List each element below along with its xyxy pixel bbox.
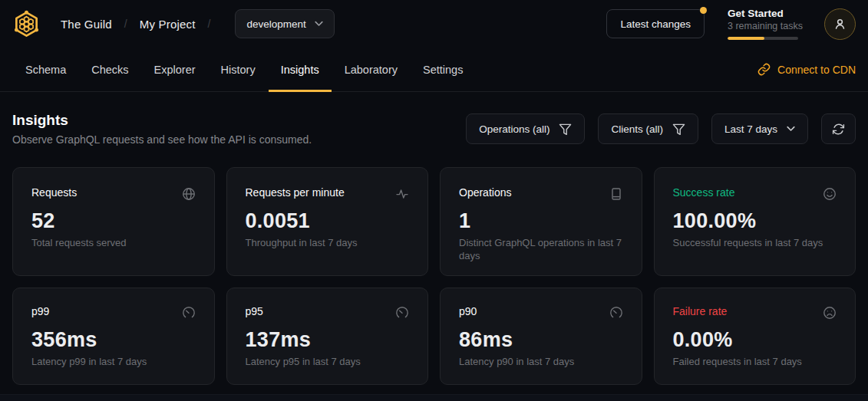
user-avatar[interactable] [824,8,856,40]
failure-rate-card: Failure rate 0.00% Failed requests in la… [654,288,856,385]
tab-laboratory[interactable]: Laboratory [345,48,398,91]
globe-icon [182,187,196,201]
card-description: Successful requests in last 7 days [673,237,837,250]
activity-icon [395,187,409,201]
card-value: 0.00% [673,328,837,352]
card-title: Requests per minute [246,186,345,199]
tab-schema[interactable]: Schema [25,48,66,91]
person-icon [833,17,847,31]
tab-settings[interactable]: Settings [423,48,463,91]
card-title: Requests [31,186,77,199]
p90-latency-card: p90 86ms Latency p90 in last 7 days [440,288,642,385]
tab-checks[interactable]: Checks [91,48,128,91]
target-selector-value: development [246,18,305,30]
clients-filter-label: Clients (all) [611,123,663,135]
operations-filter-button[interactable]: Operations (all) [466,113,585,144]
filter-icon [672,123,685,136]
card-value: 137ms [246,328,410,352]
top-bar: The Guild / My Project / development Lat… [0,0,868,48]
link-icon [757,63,771,76]
breadcrumb: The Guild / My Project / [12,10,223,38]
gauge-icon [182,306,196,320]
p95-latency-card: p95 137ms Latency p95 in last 7 days [226,288,429,385]
card-value: 86ms [459,328,623,352]
main-nav: Schema Checks Explorer History Insights … [0,48,868,92]
card-title: p90 [459,305,477,317]
target-selector-dropdown[interactable]: development [235,9,334,38]
frown-icon [823,306,837,320]
filter-icon [559,123,572,136]
tab-insights[interactable]: Insights [281,48,319,91]
card-title: p95 [246,305,263,317]
insights-header: Insights Observe GraphQL requests and se… [0,92,868,146]
card-description: Total requests served [31,237,196,250]
success-rate-card: Success rate 100.00% Successful requests… [654,167,856,276]
tab-history[interactable]: History [221,48,256,91]
get-started-remaining-tasks: 3 remaining tasks [728,21,801,31]
card-title: Success rate [673,186,735,199]
tab-explorer[interactable]: Explorer [154,48,196,91]
operations-filter-label: Operations (all) [479,123,550,135]
requests-per-minute-card: Requests per minute 0.0051 Throughput in… [226,167,429,276]
get-started-progress-bar [728,37,798,40]
chevron-down-icon [787,126,795,132]
clients-filter-button[interactable]: Clients (all) [598,113,698,144]
card-value: 0.0051 [246,209,410,233]
page-title: Insights [12,112,312,129]
latest-changes-label: Latest changes [620,18,691,30]
gauge-icon [395,306,409,320]
get-started-widget[interactable]: Get Started 3 remaining tasks [728,8,801,40]
refresh-icon [832,123,845,136]
connect-to-cdn-label: Connect to CDN [777,64,856,76]
card-description: Distinct GraphQL operations in last 7 da… [459,237,623,263]
requests-card: Requests 52 Total requests served [12,167,215,276]
card-description: Latency p95 in last 7 days [246,356,410,369]
hive-logo-icon[interactable] [12,10,41,38]
breadcrumb-project[interactable]: My Project [140,18,196,31]
card-value: 100.00% [673,209,837,233]
latest-changes-button[interactable]: Latest changes [606,9,705,38]
get-started-title: Get Started [728,8,801,19]
card-value: 1 [459,209,623,233]
card-description: Throughput in last 7 days [246,237,410,250]
smiley-icon [823,187,837,201]
connect-to-cdn-link[interactable]: Connect to CDN [757,48,856,91]
breadcrumb-separator: / [208,18,211,30]
card-value: 356ms [31,328,196,352]
p99-latency-card: p99 356ms Latency p99 in last 7 days [12,288,215,385]
breadcrumb-org[interactable]: The Guild [61,18,112,31]
chevron-down-icon [315,21,323,27]
breadcrumb-separator: / [124,18,127,30]
page-description: Observe GraphQL requests and see how the… [12,133,312,146]
card-title: p99 [31,305,49,317]
card-title: Operations [459,186,511,199]
card-description: Latency p99 in last 7 days [31,356,196,369]
gauge-icon [609,306,623,320]
card-description: Latency p90 in last 7 days [459,356,623,369]
breadcrumb-trail: The Guild / My Project / [61,18,223,31]
card-title: Failure rate [673,305,728,317]
next-section-edge [0,394,868,401]
refresh-button[interactable] [821,113,856,144]
card-value: 52 [31,209,196,233]
operations-card: Operations 1 Distinct GraphQL operations… [440,167,642,276]
get-started-progress-fill [728,37,764,40]
date-range-label: Last 7 days [724,123,777,135]
card-description: Failed requests in last 7 days [673,356,837,369]
book-icon [609,187,623,201]
notification-dot [700,7,707,14]
filters-toolbar: Operations (all) Clients (all) Last 7 da… [466,113,856,144]
date-range-dropdown[interactable]: Last 7 days [711,113,808,144]
stats-card-grid: Requests 52 Total requests served Reques… [0,146,868,385]
